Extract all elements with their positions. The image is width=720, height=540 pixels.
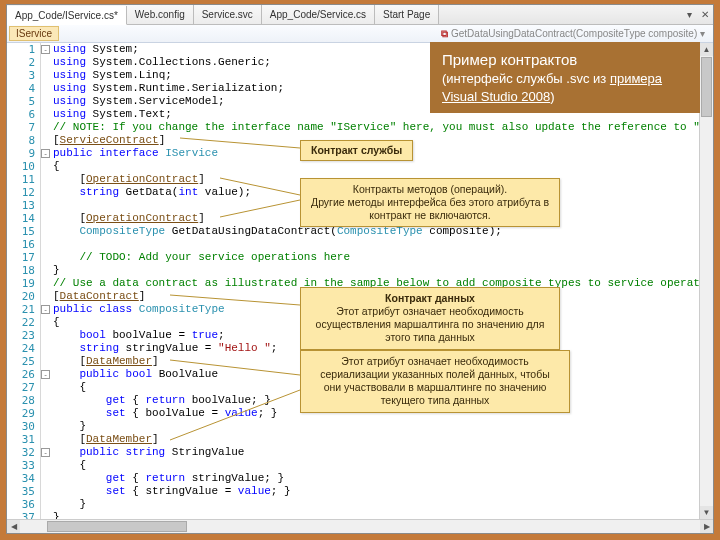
document-tab[interactable]: Service.svc: [194, 5, 262, 24]
code-line[interactable]: 32 public string StringValue: [53, 446, 699, 459]
fold-toggle-icon[interactable]: -: [41, 45, 50, 54]
code-line[interactable]: 35 set { stringValue = value; }: [53, 485, 699, 498]
document-tabstrip: App_Code/IService.cs*Web.configService.s…: [7, 5, 713, 25]
vscroll-thumb[interactable]: [701, 57, 712, 117]
close-icon[interactable]: ✕: [697, 5, 713, 24]
fold-toggle-icon[interactable]: -: [41, 305, 50, 314]
code-line[interactable]: 33 {: [53, 459, 699, 472]
code-area[interactable]: 1using System;2using System.Collections.…: [53, 43, 699, 519]
code-line[interactable]: 37}: [53, 511, 699, 519]
callout-operation-contract: Контракты методов (операций).Другие мето…: [300, 178, 560, 227]
code-editor[interactable]: ----- 1using System;2using System.Collec…: [7, 43, 713, 519]
code-line[interactable]: 31 [DataMember]: [53, 433, 699, 446]
code-line[interactable]: 17 // TODO: Add your service operations …: [53, 251, 699, 264]
tabstrip-spacer: [439, 5, 681, 24]
scroll-down-icon[interactable]: ▼: [700, 506, 713, 519]
callout-data-contract: Контракт данных Этот атрибут означает не…: [300, 287, 560, 350]
method-icon: ⧉: [441, 28, 448, 39]
fold-toggle-icon[interactable]: -: [41, 370, 50, 379]
title-line2: (интерфейс службы .svc из примера Visual…: [442, 70, 688, 105]
type-dropdown[interactable]: IService: [9, 26, 59, 41]
code-line[interactable]: 18}: [53, 264, 699, 277]
hscroll-thumb[interactable]: [47, 521, 187, 532]
code-line[interactable]: 36 }: [53, 498, 699, 511]
document-tab[interactable]: App_Code/Service.cs: [262, 5, 375, 24]
navigation-bar: IService ⧉GetDataUsingDataContract(Compo…: [7, 25, 713, 43]
code-line[interactable]: 30 }: [53, 420, 699, 433]
callout-data-member: Этот атрибут означает необходимостьсериа…: [300, 350, 570, 413]
tab-dropdown-icon[interactable]: ▾: [681, 5, 697, 24]
code-line[interactable]: 10{: [53, 160, 699, 173]
code-line[interactable]: 7// NOTE: If you change the interface na…: [53, 121, 699, 134]
horizontal-scrollbar[interactable]: ◀ ▶: [7, 519, 713, 533]
document-tab[interactable]: Start Page: [375, 5, 439, 24]
scroll-left-icon[interactable]: ◀: [7, 520, 20, 533]
title-line1: Пример контрактов: [442, 50, 688, 70]
fold-toggle-icon[interactable]: -: [41, 448, 50, 457]
fold-margin: -----: [41, 43, 51, 519]
fold-toggle-icon[interactable]: -: [41, 149, 50, 158]
scroll-right-icon[interactable]: ▶: [700, 520, 713, 533]
document-tab[interactable]: App_Code/IService.cs*: [7, 6, 127, 25]
code-line[interactable]: 16: [53, 238, 699, 251]
document-tab[interactable]: Web.config: [127, 5, 194, 24]
slide-title-box: Пример контрактов (интерфейс службы .svc…: [430, 42, 700, 113]
scroll-up-icon[interactable]: ▲: [700, 43, 713, 56]
vertical-scrollbar[interactable]: ▲ ▼: [699, 43, 713, 519]
code-line[interactable]: 34 get { return stringValue; }: [53, 472, 699, 485]
callout-service-contract: Контракт службы: [300, 140, 413, 161]
member-dropdown[interactable]: ⧉GetDataUsingDataContract(CompositeType …: [441, 28, 713, 40]
